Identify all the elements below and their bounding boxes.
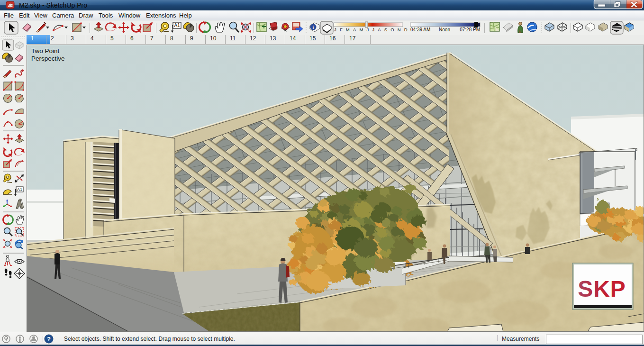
svg-text:A1: A1 <box>174 23 180 28</box>
svg-text:Noon: Noon <box>439 27 450 32</box>
svg-text:04:39 AM: 04:39 AM <box>410 27 430 32</box>
svg-text:i: i <box>313 25 314 30</box>
svg-text:07:28 PM: 07:28 PM <box>460 27 480 32</box>
svg-text:JFMAMJJASOND: JFMAMJJASOND <box>334 27 411 32</box>
svg-text:Perspective: Perspective <box>31 55 65 62</box>
svg-text:Two Point: Two Point <box>31 47 60 55</box>
svg-text:?: ? <box>47 336 51 343</box>
svg-text:A1: A1 <box>17 187 22 192</box>
svg-text:SKP: SKP <box>578 276 626 301</box>
